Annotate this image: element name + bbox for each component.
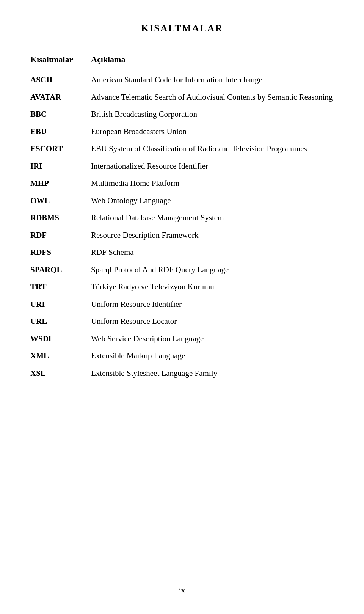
table-row: SPARQLSparql Protocol And RDF Query Lang… bbox=[30, 261, 334, 279]
table-row: XMLExtensible Markup Language bbox=[30, 347, 334, 365]
table-row: ASCIIAmerican Standard Code for Informat… bbox=[30, 71, 334, 89]
abbreviations-table: Kısaltmalar Açıklama ASCIIAmerican Stand… bbox=[30, 52, 334, 382]
description-cell: Resource Description Framework bbox=[91, 227, 334, 244]
table-row: IRIInternationalized Resource Identifier bbox=[30, 158, 334, 175]
abbr-cell: URL bbox=[30, 313, 91, 330]
abbr-cell: XML bbox=[30, 347, 91, 365]
abbr-cell: RDF bbox=[30, 227, 91, 244]
page-title: KISALTMALAR bbox=[30, 23, 334, 34]
abbr-cell: XSL bbox=[30, 365, 91, 382]
abbr-cell: EBU bbox=[30, 123, 91, 141]
description-cell: Multimedia Home Platform bbox=[91, 175, 334, 192]
table-header-row: Kısaltmalar Açıklama bbox=[30, 52, 334, 71]
abbr-cell: MHP bbox=[30, 175, 91, 192]
description-cell: American Standard Code for Information I… bbox=[91, 71, 334, 89]
table-row: RDFSRDF Schema bbox=[30, 244, 334, 261]
abbr-cell: TRT bbox=[30, 278, 91, 296]
abbr-cell: AVATAR bbox=[30, 89, 91, 106]
table-row: ESCORTEBU System of Classification of Ra… bbox=[30, 140, 334, 158]
page-footer: ix bbox=[0, 586, 364, 595]
table-row: URIUniform Resource Identifier bbox=[30, 296, 334, 313]
abbr-cell: BBC bbox=[30, 106, 91, 123]
description-cell: Uniform Resource Locator bbox=[91, 313, 334, 330]
description-cell: European Broadcasters Union bbox=[91, 123, 334, 141]
description-cell: Extensible Stylesheet Language Family bbox=[91, 365, 334, 382]
abbr-cell: URI bbox=[30, 296, 91, 313]
abbr-cell: OWL bbox=[30, 192, 91, 210]
description-cell: Extensible Markup Language bbox=[91, 347, 334, 365]
description-cell: Web Service Description Language bbox=[91, 330, 334, 348]
page: KISALTMALAR Kısaltmalar Açıklama ASCIIAm… bbox=[0, 0, 364, 614]
abbr-cell: WSDL bbox=[30, 330, 91, 348]
abbr-cell: SPARQL bbox=[30, 261, 91, 279]
abbr-cell: RDFS bbox=[30, 244, 91, 261]
table-row: TRTTürkiye Radyo ve Televizyon Kurumu bbox=[30, 278, 334, 296]
description-cell: Advance Telematic Search of Audiovisual … bbox=[91, 89, 334, 106]
table-row: BBCBritish Broadcasting Corporation bbox=[30, 106, 334, 123]
abbr-cell: ASCII bbox=[30, 71, 91, 89]
description-cell: Uniform Resource Identifier bbox=[91, 296, 334, 313]
abbr-cell: ESCORT bbox=[30, 140, 91, 158]
table-row: EBUEuropean Broadcasters Union bbox=[30, 123, 334, 141]
table-row: XSLExtensible Stylesheet Language Family bbox=[30, 365, 334, 382]
description-cell: Sparql Protocol And RDF Query Language bbox=[91, 261, 334, 279]
table-row: URLUniform Resource Locator bbox=[30, 313, 334, 330]
description-cell: Relational Database Management System bbox=[91, 209, 334, 227]
table-row: WSDLWeb Service Description Language bbox=[30, 330, 334, 348]
table-row: MHPMultimedia Home Platform bbox=[30, 175, 334, 192]
table-row: OWLWeb Ontology Language bbox=[30, 192, 334, 210]
table-row: AVATARAdvance Telematic Search of Audiov… bbox=[30, 89, 334, 106]
abbr-cell: RDBMS bbox=[30, 209, 91, 227]
table-row: RDFResource Description Framework bbox=[30, 227, 334, 244]
description-cell: Web Ontology Language bbox=[91, 192, 334, 210]
col-header-desc: Açıklama bbox=[91, 52, 334, 71]
description-cell: RDF Schema bbox=[91, 244, 334, 261]
col-header-abbr: Kısaltmalar bbox=[30, 52, 91, 71]
description-cell: Türkiye Radyo ve Televizyon Kurumu bbox=[91, 278, 334, 296]
description-cell: British Broadcasting Corporation bbox=[91, 106, 334, 123]
description-cell: EBU System of Classification of Radio an… bbox=[91, 140, 334, 158]
description-cell: Internationalized Resource Identifier bbox=[91, 158, 334, 175]
table-row: RDBMSRelational Database Management Syst… bbox=[30, 209, 334, 227]
abbr-cell: IRI bbox=[30, 158, 91, 175]
